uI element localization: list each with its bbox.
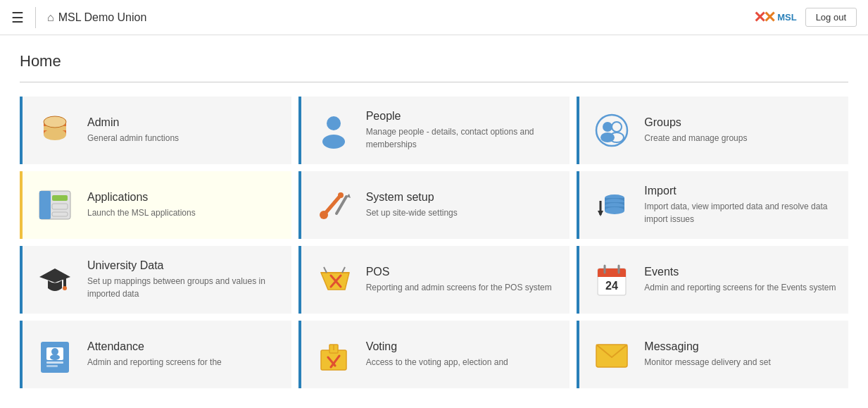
tile-applications[interactable]: Applications Launch the MSL applications — [20, 171, 291, 239]
tile-text-messaging: Messaging Monitor message delivery and s… — [644, 340, 770, 369]
logout-button[interactable]: Log out — [805, 8, 857, 27]
tile-text-pos: POS Reporting and admin screens for the … — [366, 266, 552, 294]
hamburger-icon[interactable]: ☰ — [11, 9, 24, 26]
home-icon: ⌂ — [47, 11, 54, 24]
tile-desc-system-setup: Set up site-wide settings — [366, 206, 458, 219]
tile-title-applications: Applications — [87, 191, 196, 204]
page-divider — [20, 82, 848, 82]
tile-title-messaging: Messaging — [644, 340, 770, 353]
svg-rect-50 — [46, 361, 63, 364]
tile-events[interactable]: 24 Events Admin and reporting screens fo… — [577, 246, 848, 314]
tile-desc-attendance: Admin and reporting screens for the — [87, 356, 222, 369]
svg-point-11 — [612, 122, 622, 132]
tile-icon-groups — [591, 109, 633, 152]
tile-icon-applications — [34, 184, 76, 226]
tile-desc-university-data: Set up mappings between groups and value… — [87, 275, 280, 300]
tile-desc-pos: Reporting and admin screens for the POS … — [366, 281, 552, 294]
tile-text-voting: Voting Access to the voting app, electio… — [366, 340, 508, 369]
tile-text-import: Import Import data, view imported data a… — [644, 185, 837, 225]
tile-text-attendance: Attendance Admin and reporting screens f… — [87, 340, 222, 369]
tile-icon-messaging — [591, 333, 633, 376]
svg-text:24: 24 — [605, 280, 618, 292]
tile-text-admin: Admin General admin functions — [87, 116, 179, 144]
tile-icon-attendance — [34, 333, 76, 376]
tile-title-voting: Voting — [366, 340, 508, 353]
page-content: Home Admin General admin functions — [0, 35, 868, 405]
svg-marker-31 — [598, 211, 603, 216]
tile-title-attendance: Attendance — [87, 340, 222, 353]
tile-desc-groups: Create and manage groups — [644, 132, 747, 144]
svg-point-4 — [44, 129, 66, 140]
tile-title-people: People — [366, 110, 559, 123]
tile-university-data[interactable]: University Data Set up mappings between … — [20, 246, 291, 314]
tile-desc-messaging: Monitor message delivery and set — [644, 356, 770, 369]
tile-icon-university-data — [34, 259, 76, 301]
tile-messaging[interactable]: Messaging Monitor message delivery and s… — [577, 321, 848, 388]
tile-pos[interactable]: POS Reporting and admin screens for the … — [298, 246, 570, 314]
svg-line-39 — [342, 267, 345, 273]
svg-point-19 — [320, 211, 328, 219]
tile-text-system-setup: System setup Set up site-wide settings — [366, 191, 458, 219]
tile-icon-system-setup — [313, 184, 355, 226]
tiles-grid: Admin General admin functions People Man… — [20, 97, 848, 388]
svg-point-29 — [605, 207, 624, 214]
tile-icon-import — [591, 184, 633, 226]
tile-text-university-data: University Data Set up mappings between … — [87, 259, 280, 300]
tile-people[interactable]: People Manage people - details, contact … — [298, 97, 570, 164]
svg-point-9 — [603, 122, 612, 132]
svg-point-34 — [63, 286, 67, 290]
svg-rect-16 — [52, 204, 68, 209]
tile-admin[interactable]: Admin General admin functions — [20, 97, 291, 164]
svg-rect-42 — [598, 275, 626, 277]
tile-voting[interactable]: Voting Access to the voting app, electio… — [298, 321, 570, 388]
tile-text-groups: Groups Create and manage groups — [644, 116, 747, 144]
tile-import[interactable]: Import Import data, view imported data a… — [577, 171, 848, 239]
header-divider — [35, 7, 36, 28]
tile-icon-pos — [313, 259, 355, 301]
tile-title-groups: Groups — [644, 116, 747, 129]
tile-desc-people: Manage people - details, contact options… — [366, 125, 559, 151]
header-title: MSL Demo Union — [58, 11, 754, 24]
svg-rect-15 — [52, 195, 68, 201]
tile-title-admin: Admin — [87, 116, 179, 129]
tile-title-university-data: University Data — [87, 259, 280, 272]
tile-system-setup[interactable]: System setup Set up site-wide settings — [298, 171, 570, 239]
tile-text-events: Events Admin and reporting screens for t… — [644, 266, 836, 294]
tile-groups[interactable]: Groups Create and manage groups — [577, 97, 848, 164]
tile-desc-import: Import data, view imported data and reso… — [644, 200, 837, 225]
tile-text-applications: Applications Launch the MSL applications — [87, 191, 196, 219]
tile-title-import: Import — [644, 185, 837, 197]
tile-icon-admin — [34, 109, 76, 152]
svg-rect-17 — [52, 212, 68, 216]
tile-icon-people — [313, 109, 355, 152]
tile-icon-voting — [313, 333, 355, 376]
svg-point-5 — [44, 116, 66, 128]
svg-point-20 — [338, 192, 344, 198]
svg-rect-51 — [46, 365, 58, 367]
tile-desc-admin: General admin functions — [87, 132, 179, 144]
svg-point-49 — [50, 354, 60, 360]
svg-rect-33 — [63, 277, 66, 287]
tile-title-system-setup: System setup — [366, 191, 458, 204]
msl-logo: ✕ ✕ MSL — [753, 8, 796, 27]
svg-point-7 — [322, 135, 345, 149]
svg-rect-14 — [39, 191, 51, 219]
tile-desc-voting: Access to the voting app, election and — [366, 356, 508, 369]
tile-desc-applications: Launch the MSL applications — [87, 206, 196, 219]
tile-icon-events: 24 — [591, 259, 633, 301]
logo-x-right: ✕ — [763, 8, 776, 27]
tile-title-pos: POS — [366, 266, 552, 278]
tile-text-people: People Manage people - details, contact … — [366, 110, 559, 151]
page-title: Home — [20, 52, 848, 70]
svg-point-6 — [327, 116, 341, 130]
svg-point-48 — [51, 348, 58, 355]
svg-line-38 — [324, 267, 327, 273]
tile-desc-events: Admin and reporting screens for the Even… — [644, 281, 836, 294]
logo-msl-text: MSL — [777, 12, 796, 23]
header: ☰ ⌂ MSL Demo Union ✕ ✕ MSL Log out — [0, 0, 868, 35]
tile-attendance[interactable]: Attendance Admin and reporting screens f… — [20, 321, 291, 388]
tile-title-events: Events — [644, 266, 836, 278]
